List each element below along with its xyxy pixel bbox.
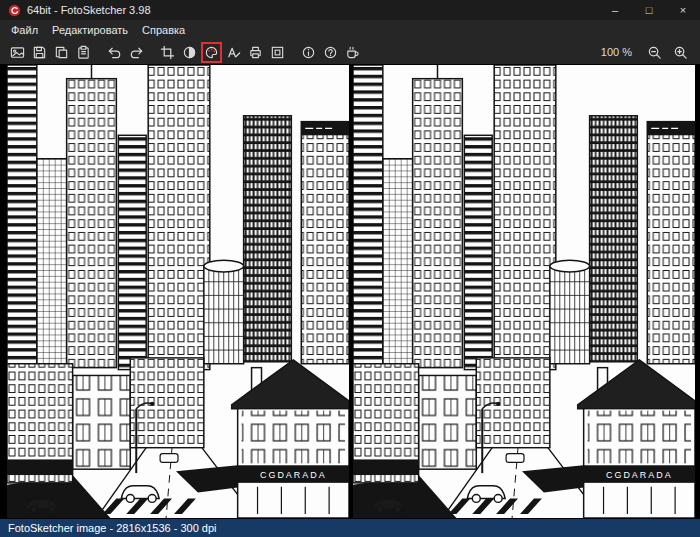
crop-button[interactable] (158, 43, 177, 62)
drawing-effect-button[interactable] (202, 43, 221, 62)
title-bar: 64bit - FotoSketcher 3.98 – □ × (0, 0, 700, 20)
open-image-button[interactable] (8, 43, 27, 62)
preview-image-right (353, 65, 695, 518)
zoom-in-icon (673, 45, 688, 60)
paste-button[interactable] (74, 43, 93, 62)
frame-button[interactable] (268, 43, 287, 62)
paste-icon (76, 45, 91, 60)
contrast-button[interactable] (180, 43, 199, 62)
menu-help[interactable]: Справка (135, 22, 192, 38)
preview-image-left (7, 65, 349, 518)
add-text-icon (226, 45, 241, 60)
help-button[interactable] (321, 43, 340, 62)
undo-button[interactable] (105, 43, 124, 62)
menu-file[interactable]: Файл (4, 22, 45, 38)
status-text: FotoSketcher image - 2816x1536 - 300 dpi (8, 522, 217, 534)
coffee-icon (345, 45, 360, 60)
about-button[interactable] (299, 43, 318, 62)
print-button[interactable] (246, 43, 265, 62)
redo-icon (129, 45, 144, 60)
frame-icon (270, 45, 285, 60)
window-controls: – □ × (598, 0, 700, 20)
contrast-icon (182, 45, 197, 60)
undo-icon (107, 45, 122, 60)
save-button[interactable] (30, 43, 49, 62)
print-icon (248, 45, 263, 60)
menu-bar: Файл Редактировать Справка (0, 20, 700, 40)
redo-button[interactable] (127, 43, 146, 62)
zoom-out-icon (647, 45, 662, 60)
drawing-effect-icon (204, 45, 219, 60)
maximize-button[interactable]: □ (632, 0, 666, 20)
donate-button[interactable] (343, 43, 362, 62)
open-image-icon (10, 45, 25, 60)
image-workspace (0, 64, 700, 519)
zoom-out-button[interactable] (645, 43, 664, 62)
zoom-in-button[interactable] (671, 43, 690, 62)
window-title: 64bit - FotoSketcher 3.98 (27, 4, 151, 16)
crop-icon (160, 45, 175, 60)
app-logo-icon (8, 4, 21, 17)
help-icon (323, 45, 338, 60)
menu-edit[interactable]: Редактировать (45, 22, 135, 38)
minimize-button[interactable]: – (598, 0, 632, 20)
zoom-controls: 100 % (601, 43, 690, 62)
add-text-button[interactable] (224, 43, 243, 62)
city-lineart-right (353, 65, 695, 518)
close-button[interactable]: × (666, 0, 700, 20)
toolbar: 100 % (0, 40, 700, 64)
status-bar: FotoSketcher image - 2816x1536 - 300 dpi (0, 519, 700, 537)
city-lineart-left (7, 65, 349, 518)
zoom-level: 100 % (601, 46, 632, 58)
copy-button[interactable] (52, 43, 71, 62)
info-icon (301, 45, 316, 60)
copy-icon (54, 45, 69, 60)
save-icon (32, 45, 47, 60)
